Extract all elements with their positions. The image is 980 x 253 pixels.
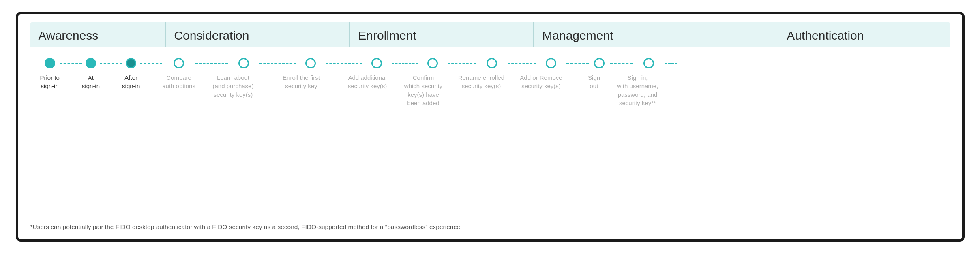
step-learn-purchase: Learn about(and purchase)security key(s) xyxy=(228,58,259,99)
category-management-label: Management xyxy=(542,29,613,43)
category-enrollment: Enrollment xyxy=(349,22,533,47)
step-compare-auth: Compareauth options xyxy=(162,58,195,90)
step-label-2: Atsign-in xyxy=(82,73,100,90)
dash-7 xyxy=(392,63,418,64)
step-label-11: Signout xyxy=(578,73,610,90)
dash-6 xyxy=(326,63,362,64)
category-management: Management xyxy=(533,22,778,47)
step-circle-7 xyxy=(371,58,382,68)
step-circle-6 xyxy=(305,58,316,68)
footer-note-text: *Users can potentially pair the FIDO des… xyxy=(30,223,460,230)
dash-8 xyxy=(448,63,476,64)
step-circle-9 xyxy=(487,58,497,68)
category-header: Awareness Consideration Enrollment Manag… xyxy=(30,22,950,47)
step-label-4: Compareauth options xyxy=(162,73,195,90)
step-circle-2 xyxy=(86,58,96,68)
step-prior-sign-in: Prior tosign-in xyxy=(40,58,60,90)
category-authentication: Authentication xyxy=(778,22,950,47)
dash-9 xyxy=(508,63,536,64)
step-add-remove: Add or Removesecurity key(s) xyxy=(536,58,566,90)
step-after-sign-in: Aftersign-in xyxy=(122,58,140,90)
step-label-7: Add additionalsecurity key(s) xyxy=(343,73,392,90)
dash-1 xyxy=(60,63,82,64)
step-label-8: Confirmwhich securitykey(s) havebeen add… xyxy=(399,73,448,107)
dash-4 xyxy=(195,63,228,64)
dash-3 xyxy=(140,63,162,64)
diagram-container: Awareness Consideration Enrollment Manag… xyxy=(16,12,965,242)
step-circle-5 xyxy=(238,58,249,68)
dash-12 xyxy=(665,63,677,64)
step-at-sign-in: Atsign-in xyxy=(82,58,100,90)
step-circle-12 xyxy=(643,58,654,68)
dash-5 xyxy=(259,63,296,64)
step-label-10: Add or Removesecurity key(s) xyxy=(516,73,566,90)
main-content: Awareness Consideration Enrollment Manag… xyxy=(18,14,962,214)
step-rename-enrolled: Rename enrolledsecurity key(s) xyxy=(476,58,508,90)
timeline-container: Prior tosign-in Atsign-in Aftersign-in C… xyxy=(30,47,950,107)
step-label-12: Sign in,with username,password, andsecur… xyxy=(610,73,665,107)
step-sign-in-full: Sign in,with username,password, andsecur… xyxy=(633,58,665,107)
footer-note: *Users can potentially pair the FIDO des… xyxy=(18,213,962,239)
step-label-3: Aftersign-in xyxy=(122,73,140,90)
step-label-1: Prior tosign-in xyxy=(40,73,60,90)
category-consideration-label: Consideration xyxy=(174,29,249,43)
step-label-9: Rename enrolledsecurity key(s) xyxy=(455,73,508,90)
step-circle-8 xyxy=(427,58,438,68)
step-circle-4 xyxy=(174,58,184,68)
category-enrollment-label: Enrollment xyxy=(358,29,416,43)
step-label-5: Learn about(and purchase)security key(s) xyxy=(207,73,259,99)
step-sign-out: Signout xyxy=(589,58,610,90)
dash-10 xyxy=(566,63,589,64)
category-authentication-label: Authentication xyxy=(787,29,864,43)
dash-11 xyxy=(610,63,633,64)
step-label-6: Enroll the firstsecurity key xyxy=(277,73,326,90)
step-enroll-first: Enroll the firstsecurity key xyxy=(296,58,326,90)
step-circle-11 xyxy=(594,58,605,68)
category-awareness: Awareness xyxy=(30,22,165,47)
dash-2 xyxy=(100,63,122,64)
category-awareness-label: Awareness xyxy=(39,29,99,43)
step-circle-10 xyxy=(546,58,556,68)
step-circle-3 xyxy=(126,58,136,68)
category-consideration: Consideration xyxy=(165,22,349,47)
step-add-additional: Add additionalsecurity key(s) xyxy=(362,58,392,90)
step-circle-1 xyxy=(45,58,55,68)
step-confirm-which: Confirmwhich securitykey(s) havebeen add… xyxy=(418,58,448,107)
